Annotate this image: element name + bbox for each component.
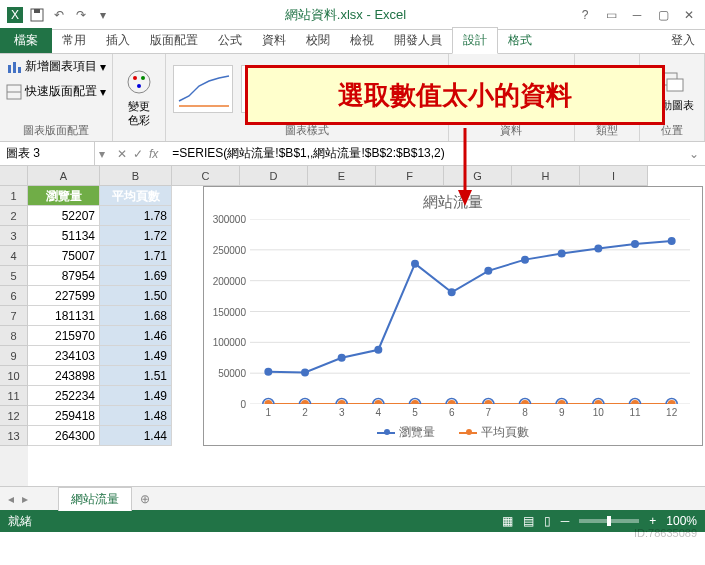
help-icon[interactable]: ? (573, 5, 597, 25)
legend-item-2[interactable]: 平均頁數 (459, 424, 529, 441)
cell[interactable]: 1.50 (100, 286, 172, 306)
ribbon-options-icon[interactable]: ▭ (599, 5, 623, 25)
namebox-dropdown-icon[interactable]: ▾ (95, 147, 109, 161)
cell[interactable]: 瀏覽量 (28, 186, 100, 206)
tab-view[interactable]: 檢視 (340, 28, 384, 53)
cell[interactable]: 1.78 (100, 206, 172, 226)
cell[interactable]: 227599 (28, 286, 100, 306)
view-pagelayout-icon[interactable]: ▤ (523, 514, 534, 528)
cell[interactable]: 1.49 (100, 346, 172, 366)
cell[interactable]: 1.72 (100, 226, 172, 246)
col-header-B[interactable]: B (100, 166, 172, 186)
tab-developer[interactable]: 開發人員 (384, 28, 452, 53)
name-box[interactable]: 圖表 3 (0, 142, 95, 165)
row-header[interactable]: 12 (0, 406, 28, 426)
save-icon[interactable] (28, 6, 46, 24)
minimize-icon[interactable]: ─ (625, 5, 649, 25)
col-header-A[interactable]: A (28, 166, 100, 186)
cell[interactable]: 1.71 (100, 246, 172, 266)
cell[interactable]: 264300 (28, 426, 100, 446)
col-header-C[interactable]: C (172, 166, 240, 186)
fx-icon[interactable]: fx (149, 147, 158, 161)
row-header[interactable]: 3 (0, 226, 28, 246)
cell[interactable]: 215970 (28, 326, 100, 346)
quick-layout-button[interactable]: 快速版面配置 ▾ (6, 82, 106, 101)
cell[interactable]: 1.69 (100, 266, 172, 286)
login-link[interactable]: 登入 (661, 28, 705, 53)
cell[interactable]: 181131 (28, 306, 100, 326)
row-header[interactable]: 13 (0, 426, 28, 446)
col-header-F[interactable]: F (376, 166, 444, 186)
svg-point-56 (558, 400, 566, 404)
tab-home[interactable]: 常用 (52, 28, 96, 53)
enter-icon[interactable]: ✓ (133, 147, 143, 161)
view-pagebreak-icon[interactable]: ▯ (544, 514, 551, 528)
row-header[interactable]: 4 (0, 246, 28, 266)
zoom-level[interactable]: 100% (666, 514, 697, 528)
sheet-tab[interactable]: 網站流量 (58, 487, 132, 511)
row-header[interactable]: 11 (0, 386, 28, 406)
tab-design[interactable]: 設計 (452, 27, 498, 54)
chart-object[interactable]: 網站流量 05000010000015000020000025000030000… (203, 186, 703, 446)
qat-dropdown-icon[interactable]: ▾ (94, 6, 112, 24)
cell[interactable]: 1.44 (100, 426, 172, 446)
row-header[interactable]: 6 (0, 286, 28, 306)
col-header-E[interactable]: E (308, 166, 376, 186)
col-header-I[interactable]: I (580, 166, 648, 186)
tab-pagelayout[interactable]: 版面配置 (140, 28, 208, 53)
tab-insert[interactable]: 插入 (96, 28, 140, 53)
tab-file[interactable]: 檔案 (0, 28, 52, 53)
row-header[interactable]: 1 (0, 186, 28, 206)
view-normal-icon[interactable]: ▦ (502, 514, 513, 528)
cell[interactable]: 1.46 (100, 326, 172, 346)
tab-data[interactable]: 資料 (252, 28, 296, 53)
undo-icon[interactable]: ↶ (50, 6, 68, 24)
row-header[interactable]: 9 (0, 346, 28, 366)
cell[interactable]: 87954 (28, 266, 100, 286)
cell[interactable]: 234103 (28, 346, 100, 366)
tab-formulas[interactable]: 公式 (208, 28, 252, 53)
cell[interactable]: 1.51 (100, 366, 172, 386)
cell[interactable]: 243898 (28, 366, 100, 386)
col-header-D[interactable]: D (240, 166, 308, 186)
formula-input[interactable]: =SERIES(網站流量!$B$1,,網站流量!$B$2:$B$13,2) (166, 145, 683, 162)
grid-area[interactable]: ABCDEFGHI 瀏覽量平均頁數522071.78511341.7275007… (28, 166, 705, 486)
sheet-nav-next-icon[interactable]: ▸ (22, 492, 28, 506)
row-header[interactable]: 10 (0, 366, 28, 386)
zoom-slider[interactable] (579, 519, 639, 523)
legend-item-1[interactable]: 瀏覽量 (377, 424, 435, 441)
select-all-corner[interactable] (0, 166, 28, 186)
plot-area[interactable] (250, 219, 690, 404)
tab-format[interactable]: 格式 (498, 28, 542, 53)
cell[interactable]: 1.49 (100, 386, 172, 406)
y-axis: 050000100000150000200000250000300000 (204, 219, 248, 404)
cell[interactable]: 平均頁數 (100, 186, 172, 206)
chart-legend[interactable]: 瀏覽量 平均頁數 (204, 424, 702, 442)
row-header[interactable]: 2 (0, 206, 28, 226)
cell[interactable]: 259418 (28, 406, 100, 426)
col-header-H[interactable]: H (512, 166, 580, 186)
tab-review[interactable]: 校閱 (296, 28, 340, 53)
row-header[interactable]: 5 (0, 266, 28, 286)
change-colors-button[interactable]: 變更 色彩 (119, 64, 159, 128)
cell[interactable]: 252234 (28, 386, 100, 406)
close-icon[interactable]: ✕ (677, 5, 701, 25)
row-header[interactable]: 7 (0, 306, 28, 326)
formula-expand-icon[interactable]: ⌄ (683, 147, 705, 161)
cell[interactable]: 75007 (28, 246, 100, 266)
cancel-icon[interactable]: ✕ (117, 147, 127, 161)
zoom-in-icon[interactable]: + (649, 514, 656, 528)
cell[interactable]: 51134 (28, 226, 100, 246)
add-chart-element-button[interactable]: 新增圖表項目 ▾ (6, 57, 106, 76)
chart-style-1[interactable] (173, 65, 233, 113)
sheet-nav-prev-icon[interactable]: ◂ (0, 492, 22, 506)
new-sheet-icon[interactable]: ⊕ (132, 492, 158, 506)
chart-title[interactable]: 網站流量 (204, 187, 702, 218)
cell[interactable]: 52207 (28, 206, 100, 226)
redo-icon[interactable]: ↷ (72, 6, 90, 24)
row-header[interactable]: 8 (0, 326, 28, 346)
maximize-icon[interactable]: ▢ (651, 5, 675, 25)
cell[interactable]: 1.68 (100, 306, 172, 326)
zoom-out-icon[interactable]: ─ (561, 514, 570, 528)
cell[interactable]: 1.48 (100, 406, 172, 426)
